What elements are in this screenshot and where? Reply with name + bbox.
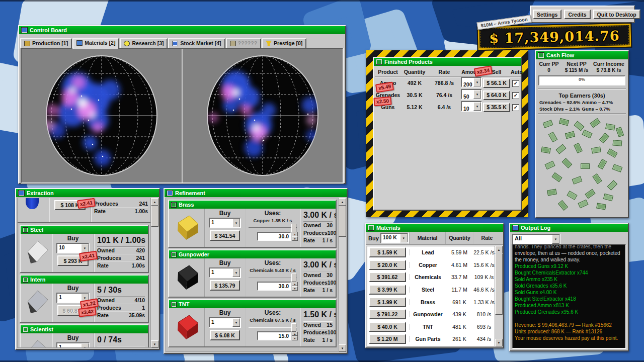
product-rate: 6.4 /s — [428, 101, 460, 113]
refinement-scrollbar[interactable]: ▲ ▼ — [338, 198, 346, 352]
auto-checkbox[interactable] — [512, 92, 519, 99]
cash-flow-title: Cash Flow — [546, 52, 574, 58]
extraction-scrollbar[interactable]: ▲ ▼ — [150, 198, 158, 348]
production-headline: 1.50 K / s — [303, 309, 333, 321]
amount-select[interactable]: 200▼ — [461, 77, 482, 87]
buy-material-button[interactable]: $ 3.99 K — [369, 285, 406, 295]
produces-value: 1 — [142, 305, 145, 311]
buy-quantity-select[interactable]: 1▼ — [209, 267, 241, 278]
products-icon — [376, 59, 382, 65]
finished-products-title-bar[interactable]: Finished Products — [374, 58, 521, 66]
log-filter-value: All — [513, 235, 552, 244]
rate-value: 35.09s — [129, 312, 145, 318]
scroll-thumb[interactable] — [151, 206, 158, 227]
credits-button[interactable]: Credits — [564, 10, 590, 19]
buy-amount-select[interactable]: 100 K▼ — [380, 233, 409, 243]
auto-checkbox[interactable] — [512, 80, 519, 87]
owned-value: 0/3 — [137, 347, 145, 348]
produces-label: Produces — [97, 255, 121, 261]
extractor-item-icon — [26, 198, 39, 209]
buy-refiner-button[interactable]: $ 135.79 — [210, 280, 240, 291]
globe-east-hemisphere — [22, 49, 182, 183]
buy-label: Buy — [54, 234, 92, 242]
slider-thumb[interactable] — [291, 323, 296, 332]
tab-research[interactable]: Research [3] — [120, 38, 168, 48]
extraction-title-bar[interactable]: Extraction — [16, 189, 159, 197]
scroll-up-arrow[interactable]: ▲ — [495, 246, 503, 253]
slider-thumb[interactable] — [291, 274, 296, 282]
refiner-icon — [171, 202, 177, 208]
buy-refiner-button[interactable]: $ 6.08 K — [210, 330, 240, 340]
buy-material-button[interactable]: $ 391.62 — [369, 272, 406, 282]
amount-select[interactable]: 50▼ — [461, 89, 482, 100]
buy-quantity-select[interactable]: 1▼ — [209, 218, 241, 228]
brass-cube-icon — [174, 214, 200, 241]
usage-slider[interactable] — [249, 274, 297, 281]
material-quantity: 439 K — [446, 311, 473, 317]
produces-value: 100 — [328, 329, 336, 335]
cash-flow-title-bar[interactable]: Cash Flow — [536, 51, 628, 59]
buy-label: Buy — [207, 308, 243, 317]
slider-thumb[interactable] — [291, 224, 296, 232]
auto-checkbox[interactable] — [512, 104, 519, 111]
buy-material-button[interactable]: $ 40.0 K — [369, 322, 406, 332]
materials-icon — [76, 40, 83, 46]
quit-to-desktop-button[interactable]: Quit to Desktop — [593, 10, 640, 19]
scroll-down-arrow[interactable]: ▼ — [495, 339, 503, 346]
produces-value: 241 — [136, 255, 145, 261]
sell-button[interactable]: $ 56.1 K — [483, 78, 510, 88]
scroll-thumb[interactable] — [495, 253, 503, 315]
buy-quantity-select[interactable]: 1▼ — [209, 317, 241, 328]
scroll-up-arrow[interactable]: ▲ — [151, 198, 158, 206]
log-line: Produced Guns x9.12 K — [515, 263, 623, 269]
spin-down-arrow[interactable]: ▼ — [292, 336, 298, 340]
tab-stock-market[interactable]: Stock Market [4] — [168, 38, 225, 48]
buy-material-button[interactable]: $ 1.99 K — [369, 297, 406, 307]
log-line: Revenue: $ 99,406,463.79 — Rank #15662 — [515, 322, 623, 328]
steel-sheet-icon — [26, 239, 49, 264]
log-filter-select[interactable]: All ▼ — [512, 234, 560, 245]
scroll-up-arrow[interactable]: ▲ — [339, 198, 346, 206]
log-line: Sold Ammo x235 K — [515, 276, 623, 283]
buy-refiner-button[interactable]: $ 341.54 — [210, 230, 240, 241]
buy-material-button[interactable]: $ 20.0 K — [369, 260, 406, 270]
materials-title-bar[interactable]: Materials — [366, 224, 503, 232]
owned-label: Owned — [97, 297, 115, 303]
buy-material-button[interactable]: $ 1.59 K — [369, 247, 406, 257]
usage-spinbox[interactable]: 30.0 — [257, 282, 291, 291]
scroll-down-arrow[interactable]: ▼ — [151, 340, 158, 348]
spin-down-arrow[interactable]: ▼ — [292, 286, 298, 291]
tab-production[interactable]: Production [1] — [20, 38, 72, 48]
spin-down-arrow[interactable]: ▼ — [292, 236, 298, 241]
materials-scrollbar[interactable]: ▲ ▼ — [495, 246, 502, 346]
buy-quantity-select[interactable]: 1▼ — [56, 342, 90, 348]
buy-material-button[interactable]: $ 1.20 M — [369, 334, 406, 344]
output-log-title-bar[interactable]: Output Log — [510, 224, 628, 232]
material-name: Brass — [410, 299, 446, 305]
material-rate: 693 /s — [473, 324, 495, 330]
produces-label: Produces — [97, 305, 121, 311]
spin-up-arrow[interactable]: ▲ — [292, 331, 298, 336]
usage-spinbox[interactable]: 30.0 — [257, 232, 291, 241]
tab-materials[interactable]: Materials [2] — [72, 38, 119, 49]
uses-resource: Chemicals 5.40 K / s — [248, 267, 298, 273]
material-rate: 810 /s — [473, 311, 495, 317]
control-board-title-bar[interactable]: Control Board — [19, 26, 345, 34]
lightbulb-icon — [124, 41, 130, 46]
material-name: TNT — [410, 324, 446, 330]
usage-slider[interactable] — [249, 323, 297, 331]
scroll-thumb[interactable] — [339, 206, 346, 237]
refinement-title-bar[interactable]: Refinement — [165, 189, 347, 197]
amount-select[interactable]: 10▼ — [461, 101, 482, 112]
buy-label: Buy — [54, 284, 92, 292]
usage-spinbox[interactable]: 15.0 — [257, 331, 291, 340]
spin-up-arrow[interactable]: ▲ — [292, 232, 298, 236]
sell-button[interactable]: $ 64.0 K — [483, 90, 510, 100]
scroll-down-arrow[interactable]: ▼ — [339, 344, 346, 352]
settings-button[interactable]: Settings — [533, 10, 561, 19]
spin-up-arrow[interactable]: ▲ — [292, 282, 298, 286]
usage-slider[interactable] — [249, 224, 297, 231]
tab-prestige[interactable]: Prestige [0] — [262, 38, 306, 48]
buy-material-button[interactable]: $ 791.22 — [369, 309, 406, 319]
sell-button[interactable]: $ 35.5 K — [483, 103, 510, 112]
